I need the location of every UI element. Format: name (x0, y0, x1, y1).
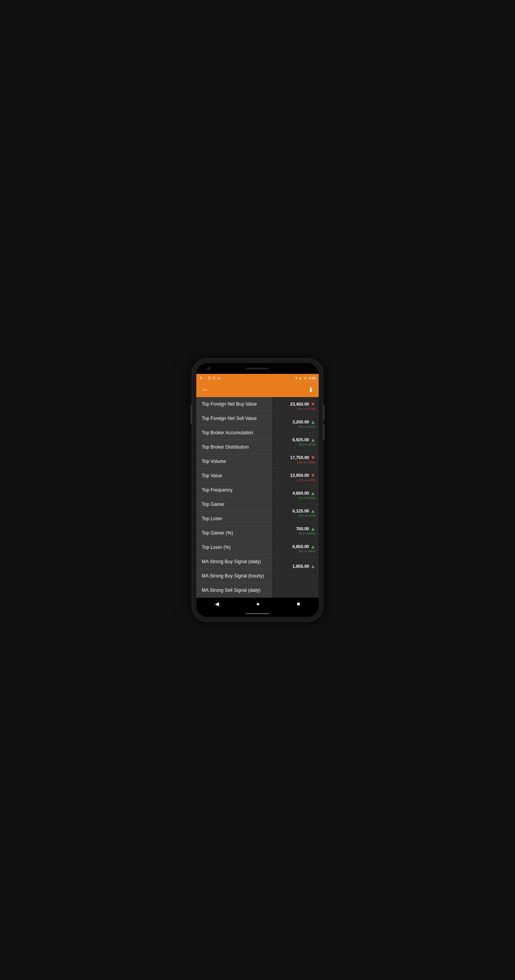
list-icon: ☰ (208, 376, 211, 380)
status-bar: ⇅ ↕ ☰ Ⓐ ◎ ▾ ▲ ⚡ 3:42 (196, 374, 319, 382)
nav-back-button[interactable]: ◀ (215, 601, 219, 607)
arrow-up-icon: ▲ (310, 490, 316, 496)
status-icons-left: ⇅ ↕ ☰ Ⓐ ◎ (199, 376, 220, 381)
dropdown-item-top-broker-accumulation[interactable]: Top Broker Accumulation (196, 426, 272, 440)
stock-price: 13,950.00 (290, 473, 309, 478)
bottom-nav: ◀ ● ■ (196, 598, 319, 610)
download-button[interactable]: ⬇ (307, 385, 315, 395)
stock-price: 6,125.00 (292, 509, 309, 513)
dropdown-item-ma-strong-buy-daily[interactable]: MA Strong Buy Signal (daily) (196, 555, 272, 569)
arrow-up-icon: ▲ (310, 437, 316, 443)
stock-price: 6,925.00 (292, 437, 309, 442)
alpha-icon: Ⓐ (212, 376, 216, 381)
bottom-pill-area (196, 610, 319, 617)
dropdown-item-ma-strong-buy-hourly[interactable]: MA Strong Buy Signal (hourly) (196, 569, 272, 583)
stock-price: 23,450.00 (290, 402, 309, 406)
stock-change: 00 (+0.41%) (299, 514, 316, 517)
battery-icon: ⚡ (303, 376, 307, 380)
dropdown-item-top-foreign-net-sell[interactable]: Top Foreign Net Sell Value (196, 411, 272, 426)
power-button (323, 405, 324, 420)
stock-change: 00 (+2.24%) (299, 425, 316, 428)
back-button[interactable]: ← (200, 384, 210, 396)
dropdown-item-top-foreign-net-buy[interactable]: Top Foreign Net Buy Value (196, 397, 272, 411)
dropdown-item-top-frequency[interactable]: Top Frequency (196, 483, 272, 497)
circle-icon: ◎ (217, 376, 220, 380)
content-area: BBCABank Co23,450.00▼1.00 (-0.21%)BBRIBa… (196, 397, 319, 598)
dropdown-item-top-gainer[interactable]: Top Gainer (196, 497, 272, 512)
dropdown-item-top-loser-pct[interactable]: Top Loser (%) (196, 540, 272, 555)
arrow-up-icon: ▲ (310, 543, 316, 550)
stock-price: 17,750.00 (290, 455, 309, 460)
dropdown-item-ma-strong-sell-daily[interactable]: MA Strong Sell Signal (daily) (196, 583, 272, 598)
stock-change: 00 (+1.47%) (299, 443, 316, 446)
nav-home-button[interactable]: ● (256, 601, 259, 607)
signal-icon: ▲ (299, 376, 302, 380)
arrow-down-icon: ▼ (310, 454, 316, 461)
stock-change: 00 (+4.83%) (299, 532, 316, 535)
dropdown-item-top-value[interactable]: Top Value (196, 469, 272, 483)
wifi-icon: ▾ (295, 376, 297, 380)
arrow-down-icon: ▼ (310, 401, 316, 407)
stock-change: 1.00 (-0.21%) (297, 407, 316, 411)
time-display: 3:42 (309, 376, 316, 380)
camera-dot (207, 367, 210, 370)
stock-change: 00 (+1.48%) (299, 550, 316, 553)
arrow-up-icon: ▲ (310, 419, 316, 425)
dropdown-item-top-loser[interactable]: Top Loser (196, 512, 272, 526)
stock-price: 6,850.00 (292, 544, 309, 549)
stock-price: 3,200.00 (292, 420, 309, 424)
stock-price: 1,855.00 (292, 564, 309, 569)
stock-change: 1.00 (-5.42%) (297, 478, 316, 482)
stock-change: 00 (+5.43%) (299, 496, 316, 500)
arrow-up-icon: ▲ (310, 508, 316, 514)
volume-button (191, 405, 192, 424)
arrow-up-icon: ▲ (310, 526, 316, 532)
home-pill (246, 613, 269, 614)
status-right: ▾ ▲ ⚡ 3:42 (295, 376, 316, 380)
dropdown-item-top-broker-distribution[interactable]: Top Broker Distribution (196, 440, 272, 454)
arrow-up-icon: ▲ (310, 563, 316, 569)
stock-price: 760.00 (296, 526, 309, 531)
arrow-down-icon: ▼ (310, 472, 316, 478)
power-button-2 (323, 424, 324, 440)
phone-frame: ⇅ ↕ ☰ Ⓐ ◎ ▾ ▲ ⚡ 3:42 ← ⬇ BBCABank Co23,4… (192, 358, 323, 622)
app-header: ← ⬇ (196, 382, 319, 397)
dropdown-menu[interactable]: Top Foreign Net Buy ValueTop Foreign Net… (196, 397, 272, 598)
dropdown-item-top-gainer-pct[interactable]: Top Gainer (%) (196, 526, 272, 540)
stock-price: 4,660.00 (292, 491, 309, 495)
sort-down-icon: ↕ (204, 376, 206, 380)
dropdown-item-top-volume[interactable]: Top Volume (196, 454, 272, 469)
stock-change: 1.00 (-1.93%) (297, 461, 316, 464)
nav-recent-button[interactable]: ■ (297, 601, 300, 607)
speaker-bar (246, 368, 269, 369)
phone-screen: ⇅ ↕ ☰ Ⓐ ◎ ▾ ▲ ⚡ 3:42 ← ⬇ BBCABank Co23,4… (196, 363, 319, 617)
phone-top-decoration (196, 363, 319, 374)
sort-up-icon: ⇅ (199, 376, 203, 380)
